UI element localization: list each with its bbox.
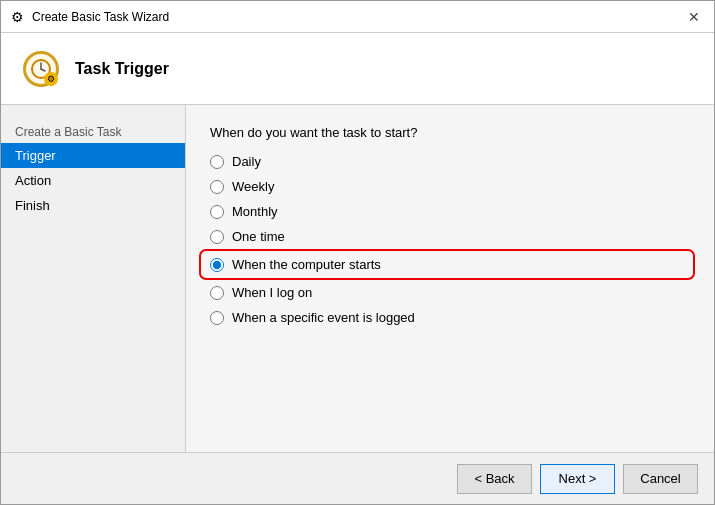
option-one-time[interactable]: One time [210,229,690,244]
wizard-body: Create a Basic Task Trigger Action Finis… [1,105,714,452]
content-question: When do you want the task to start? [210,125,690,140]
clock-icon: ⚙ [23,51,59,87]
wizard-header: ⚙ Task Trigger [1,33,714,105]
option-weekly[interactable]: Weekly [210,179,690,194]
radio-daily[interactable] [210,155,224,169]
cancel-button[interactable]: Cancel [623,464,698,494]
option-computer-starts[interactable]: When the computer starts [204,254,690,275]
close-button[interactable]: ✕ [684,7,704,27]
dialog-icon: ⚙ [11,9,24,25]
wizard-content: When do you want the task to start? Dail… [186,105,714,452]
wizard-nav: Create a Basic Task Trigger Action Finis… [1,105,186,452]
option-log-on[interactable]: When I log on [210,285,690,300]
dialog: ⚙ Create Basic Task Wizard ✕ ⚙ Task Trig… [0,0,715,505]
radio-log-on[interactable] [210,286,224,300]
header-icon-container: ⚙ [21,49,61,89]
wizard-footer: < Back Next > Cancel [1,452,714,504]
radio-weekly[interactable] [210,180,224,194]
radio-monthly[interactable] [210,205,224,219]
nav-section-label: Create a Basic Task [1,121,185,143]
nav-item-trigger[interactable]: Trigger [1,143,185,168]
option-daily[interactable]: Daily [210,154,690,169]
back-button[interactable]: < Back [457,464,532,494]
next-button[interactable]: Next > [540,464,615,494]
nav-item-action[interactable]: Action [1,168,185,193]
radio-one-time[interactable] [210,230,224,244]
option-specific-event[interactable]: When a specific event is logged [210,310,690,325]
wizard-header-title: Task Trigger [75,60,169,78]
option-monthly[interactable]: Monthly [210,204,690,219]
gear-badge-icon: ⚙ [44,72,58,86]
radio-computer-starts[interactable] [210,258,224,272]
nav-item-finish[interactable]: Finish [1,193,185,218]
radio-specific-event[interactable] [210,311,224,325]
dialog-title: Create Basic Task Wizard [32,10,169,24]
title-bar: ⚙ Create Basic Task Wizard ✕ [1,1,714,33]
